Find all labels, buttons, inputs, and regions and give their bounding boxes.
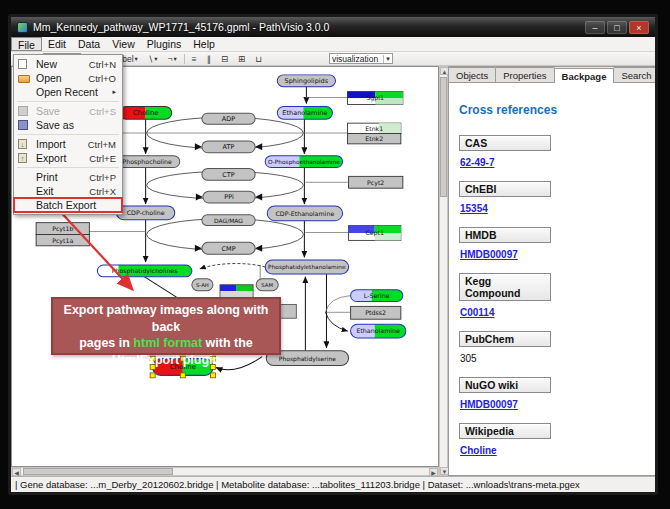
- xref-title: Kegg Compound: [459, 273, 551, 301]
- gene-box-partial[interactable]: [280, 304, 296, 318]
- xref-title: NuGO wiki: [459, 377, 551, 393]
- menu-view[interactable]: View: [106, 37, 141, 51]
- menu-item-open[interactable]: Open Ctrl+O: [14, 71, 122, 85]
- svg-text:Pcyt1a: Pcyt1a: [52, 237, 73, 245]
- svg-text:O-Phosphoethanolamine: O-Phosphoethanolamine: [268, 159, 340, 166]
- menu-item-new[interactable]: New Ctrl+N: [14, 57, 122, 71]
- menu-item-save[interactable]: Save Ctrl+S: [14, 104, 122, 118]
- menu-edit[interactable]: Edit: [42, 37, 72, 51]
- node-sah[interactable]: S-AH: [192, 279, 213, 291]
- menu-plugins[interactable]: Plugins: [141, 37, 187, 51]
- menu-item-save-as[interactable]: Save as: [14, 118, 122, 132]
- xref-link[interactable]: C00114: [460, 307, 494, 318]
- gene-box-pcyt1a[interactable]: Pcyt1a: [36, 234, 89, 245]
- title-bar[interactable]: Mm_Kennedy_pathway_WP1771_45176.gpml - P…: [11, 17, 655, 37]
- xref-link[interactable]: HMDB00097: [460, 399, 518, 410]
- canvas-horizontal-scrollbar[interactable]: ◀ ▶: [11, 467, 439, 476]
- gene-box-ptdss2[interactable]: Ptdss2: [351, 306, 401, 319]
- align-center-icon: ≡: [192, 54, 197, 64]
- tab-search[interactable]: Search: [613, 67, 658, 82]
- scrollbar-thumb[interactable]: [23, 468, 173, 475]
- menu-item-batch-export[interactable]: Batch Export: [14, 198, 122, 212]
- gene-connectors: [89, 98, 350, 313]
- node-l-serine[interactable]: L-Serine: [351, 290, 403, 302]
- node-phosphatidylethanolamine[interactable]: Phosphatidylethanolamine: [265, 260, 348, 274]
- export-icon: ↑: [18, 153, 27, 163]
- gene-box-pcyt2[interactable]: Pcyt2: [349, 176, 403, 188]
- svg-text:Cept1: Cept1: [365, 230, 384, 238]
- gene-box-sgpl1[interactable]: Sgpl1: [348, 92, 403, 105]
- tab-backpage[interactable]: Backpage: [554, 68, 615, 83]
- backpage-content: Cross references CAS 62-49-7 ChEBI 15354…: [449, 83, 658, 475]
- gene-box-etnk2[interactable]: Etnk2: [348, 134, 401, 144]
- node-cdp-ethanolamine[interactable]: CDP-Ethanolamine: [267, 206, 342, 221]
- svg-text:SAM: SAM: [261, 282, 273, 288]
- status-text: | Gene database: ...m_Derby_20120602.bri…: [15, 479, 580, 490]
- tab-properties[interactable]: Properties: [495, 67, 554, 82]
- stack-horizontal-button[interactable]: ⊞: [235, 53, 248, 64]
- connector-tool-button[interactable]: ¬ ▾: [165, 53, 180, 64]
- xref-section-chebi: ChEBI 15354: [459, 181, 658, 227]
- xref-link[interactable]: 15354: [460, 203, 488, 214]
- node-choline-top[interactable]: Choline: [120, 106, 172, 119]
- node-o-phosphoethanolamine[interactable]: O-Phosphoethanolamine: [265, 156, 342, 168]
- align-center-button[interactable]: ≡: [189, 53, 200, 64]
- svg-text:Phosphocholine: Phosphocholine: [122, 158, 172, 166]
- menu-item-export[interactable]: ↑ Export Ctrl+E: [14, 151, 122, 165]
- menu-item-import[interactable]: ↓ Import Ctrl+M: [14, 137, 122, 151]
- close-button[interactable]: ×: [629, 21, 649, 34]
- menu-item-exit[interactable]: Exit Ctrl+X: [14, 184, 122, 198]
- node-dag-mag[interactable]: DAG/MAG: [202, 215, 255, 226]
- node-phosphocholine[interactable]: Phosphocholine: [114, 156, 179, 168]
- common-size-button[interactable]: ⊔: [252, 53, 265, 64]
- minimize-button[interactable]: –: [585, 21, 605, 34]
- menu-separator: [17, 167, 119, 168]
- menu-help[interactable]: Help: [187, 37, 221, 51]
- maximize-button[interactable]: □: [607, 21, 627, 34]
- visualization-combo[interactable]: visualization ▾: [329, 53, 393, 64]
- gene-box-etnk1[interactable]: Etnk1: [348, 123, 401, 133]
- xref-section-nugo: NuGO wiki HMDB00097: [459, 377, 658, 423]
- menu-item-print[interactable]: Print Ctrl+P: [14, 170, 122, 184]
- node-ethanolamine-top[interactable]: Ethanolamine: [277, 106, 332, 119]
- node-adp[interactable]: ADP: [202, 113, 255, 124]
- node-cdp-choline[interactable]: CDP-choline: [116, 206, 174, 220]
- gene-box-cept1[interactable]: Cept1: [349, 226, 401, 241]
- xref-title: CAS: [459, 135, 551, 151]
- svg-text:S-AH: S-AH: [196, 282, 209, 288]
- svg-text:Phosphatidylethanolamine: Phosphatidylethanolamine: [268, 265, 346, 272]
- node-ethanolamine-bottom[interactable]: Ethanolamine: [351, 324, 406, 338]
- menu-file[interactable]: File: [11, 37, 42, 51]
- node-sam[interactable]: SAM: [256, 279, 278, 291]
- desktop: Mm_Kennedy_pathway_WP1771_45176.gpml - P…: [0, 0, 670, 509]
- svg-text:CDP-choline: CDP-choline: [127, 209, 165, 216]
- xref-link[interactable]: 62-49-7: [460, 157, 494, 168]
- scroll-left-icon[interactable]: ◀: [12, 468, 21, 476]
- scrollbar-thumb[interactable]: [440, 77, 447, 197]
- svg-text:CMP: CMP: [221, 245, 235, 253]
- cofactor-arcs: [147, 117, 304, 250]
- svg-text:Sphingolipids: Sphingolipids: [285, 77, 329, 85]
- stack-vertical-button[interactable]: ⊟: [218, 53, 231, 64]
- open-folder-icon: [18, 75, 30, 83]
- svg-text:ADP: ADP: [222, 115, 236, 123]
- node-ppi[interactable]: PPi: [203, 191, 255, 203]
- node-sphingolipids[interactable]: Sphingolipids: [277, 75, 335, 87]
- menu-item-open-recent[interactable]: Open Recent ▸: [14, 85, 122, 99]
- scroll-right-icon[interactable]: ▶: [429, 468, 438, 476]
- menu-data[interactable]: Data: [72, 37, 106, 51]
- tab-objects[interactable]: Objects: [448, 67, 496, 82]
- serine-to-ethanolamine-line: [325, 312, 347, 331]
- xref-link[interactable]: HMDB00097: [460, 249, 518, 260]
- svg-text:Pcyt1b: Pcyt1b: [52, 225, 73, 233]
- pe-to-pc-dashed-line: [200, 264, 265, 269]
- line-tool-button[interactable]: ∖ ▾: [145, 53, 161, 64]
- window-title: Mm_Kennedy_pathway_WP1771_45176.gpml - P…: [33, 21, 580, 33]
- align-middle-button[interactable]: ∥: [204, 53, 214, 64]
- node-atp[interactable]: ATP: [202, 141, 255, 153]
- node-ctp[interactable]: CTP: [202, 168, 255, 180]
- node-cmp[interactable]: CMP: [202, 242, 255, 254]
- visualization-value: visualization: [332, 54, 382, 64]
- canvas-vertical-scrollbar[interactable]: ▲ ▼: [439, 66, 448, 476]
- xref-link[interactable]: Choline: [460, 445, 497, 456]
